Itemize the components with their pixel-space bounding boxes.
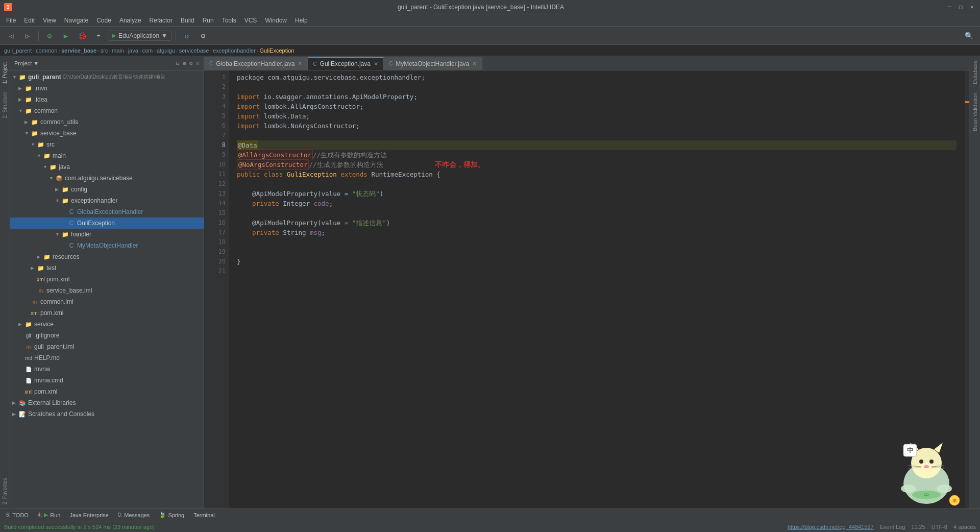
- settings-button[interactable]: ⚙: [196, 29, 210, 43]
- project-panel-close[interactable]: ✕: [196, 60, 200, 67]
- tree-item-common-iml[interactable]: m common.iml: [10, 296, 204, 307]
- menu-file[interactable]: File: [2, 16, 20, 25]
- expand-arrow[interactable]: ▼: [55, 232, 61, 237]
- tree-item-common[interactable]: ▼ 📁 common: [10, 105, 204, 116]
- tree-item-service[interactable]: ▶ 📁 service: [10, 319, 204, 330]
- breadcrumb-main[interactable]: main: [112, 47, 124, 54]
- expand-arrow[interactable]: ▶: [24, 119, 31, 125]
- tree-item-mvnw[interactable]: 📄 mvnw: [10, 364, 204, 375]
- breadcrumb-guli-parent[interactable]: guli_parent: [4, 47, 32, 54]
- tree-item-guli-exception[interactable]: C GuliException: [10, 217, 204, 229]
- update-button[interactable]: ↺: [180, 29, 194, 43]
- tab-my-meta-handler[interactable]: C MyMetaObjectHandler.java ✕: [384, 57, 482, 70]
- minimize-button[interactable]: ─: [945, 3, 953, 11]
- debug-button[interactable]: 🐞: [75, 29, 89, 43]
- breadcrumb-service-base[interactable]: service_base: [61, 47, 96, 54]
- close-button[interactable]: ✕: [968, 3, 976, 11]
- tree-item-pom-service-base[interactable]: xml pom.xml: [10, 274, 204, 285]
- tree-item-external-libraries[interactable]: ▶ 📚 External Libraries: [10, 397, 204, 408]
- sidebar-item-favorites[interactable]: 2: Favorites: [1, 474, 9, 509]
- tree-item-guli-parent-iml[interactable]: m guli_parent.iml: [10, 341, 204, 352]
- tree-item-common-utils[interactable]: ▶ 📁 common_utils: [10, 116, 204, 128]
- menu-run[interactable]: Run: [199, 16, 218, 25]
- sidebar-item-structure[interactable]: 2: Structure: [1, 88, 9, 123]
- tab-messages[interactable]: 0: Messages: [114, 511, 154, 519]
- tree-item-src[interactable]: ▼ 📁 src: [10, 139, 204, 150]
- tree-item-pom-root[interactable]: xml pom.xml: [10, 386, 204, 397]
- breadcrumb-src[interactable]: src: [101, 47, 108, 54]
- tree-item-global-exception-handler[interactable]: C GlobalExceptionHandler: [10, 206, 204, 217]
- run-button[interactable]: ▶: [59, 29, 73, 43]
- tree-item-java[interactable]: ▼ 📁 java: [10, 161, 204, 173]
- status-link[interactable]: https://blog.csdn.net/qq_44841527: [788, 524, 874, 530]
- menu-help[interactable]: Help: [291, 16, 312, 25]
- tree-item-guli-parent[interactable]: ▼ 📁 guli_parent D:\UserData\Desktop\教育项目…: [10, 71, 204, 83]
- tree-item-exceptionhandler[interactable]: ▼ 📁 exceptionhandler: [10, 195, 204, 206]
- breadcrumb-common[interactable]: common: [36, 47, 57, 54]
- forward-button[interactable]: ▷: [20, 29, 35, 43]
- tree-item-handler[interactable]: ▼ 📁 handler: [10, 229, 204, 240]
- menu-edit[interactable]: Edit: [20, 16, 39, 25]
- maximize-button[interactable]: □: [957, 3, 965, 11]
- window-controls[interactable]: ─ □ ✕: [945, 3, 976, 11]
- tree-item-my-meta-handler[interactable]: C MyMetaObjectHandler: [10, 240, 204, 251]
- tree-item-gitignore[interactable]: git .gitignore: [10, 330, 204, 341]
- expand-arrow[interactable]: ▼: [37, 153, 43, 158]
- tab-global-exception-handler[interactable]: C GlobalExceptionHandler.java ✕: [204, 57, 308, 70]
- status-encoding[interactable]: UTF-8: [932, 524, 947, 530]
- sidebar-bean-validation[interactable]: Bean Validation: [972, 88, 978, 135]
- expand-arrow[interactable]: ▼: [43, 164, 49, 170]
- project-panel-sync[interactable]: ⇆: [176, 60, 179, 67]
- menu-navigate[interactable]: Navigate: [60, 16, 92, 25]
- menu-vcs[interactable]: VCS: [240, 16, 261, 25]
- tab-close-button[interactable]: ✕: [472, 60, 477, 67]
- search-everywhere-button[interactable]: 🔍: [962, 29, 976, 43]
- expand-arrow[interactable]: ▶: [18, 86, 24, 91]
- menu-tools[interactable]: Tools: [218, 16, 240, 25]
- tree-item-mvn[interactable]: ▶ 📁 .mvn: [10, 83, 204, 94]
- tree-item-test[interactable]: ▶ 📁 test: [10, 262, 204, 274]
- coverage-button[interactable]: ☂: [91, 29, 106, 43]
- expand-arrow[interactable]: ▼: [12, 75, 18, 80]
- breadcrumb-com[interactable]: com: [142, 47, 153, 54]
- menu-window[interactable]: Window: [261, 16, 291, 25]
- expand-arrow[interactable]: ▶: [37, 254, 43, 259]
- tree-item-service-base[interactable]: ▼ 📁 service_base: [10, 128, 204, 139]
- menu-analyze[interactable]: Analyze: [115, 16, 145, 25]
- menu-build[interactable]: Build: [177, 16, 199, 25]
- tree-item-resources[interactable]: ▶ 📁 resources: [10, 251, 204, 262]
- project-panel-settings[interactable]: ⚙: [189, 60, 193, 67]
- tree-item-config[interactable]: ▶ 📁 config: [10, 184, 204, 195]
- expand-arrow[interactable]: ▶: [18, 97, 24, 102]
- breadcrumb-exceptionhandler[interactable]: exceptionhandler: [213, 47, 256, 54]
- breadcrumb-java[interactable]: java: [128, 47, 138, 54]
- tab-java-enterprise[interactable]: Java Enterprise: [65, 511, 112, 519]
- tree-item-help-md[interactable]: md HELP.md: [10, 352, 204, 364]
- tab-close-button[interactable]: ✕: [298, 60, 302, 67]
- sidebar-database[interactable]: Database: [972, 56, 978, 88]
- breadcrumb-servicebase[interactable]: servicebase: [179, 47, 209, 54]
- event-log[interactable]: Event Log: [880, 524, 905, 530]
- tab-guli-exception[interactable]: C GuliException.java ✕: [308, 57, 384, 70]
- editor-scrollbar[interactable]: [965, 70, 969, 509]
- expand-arrow[interactable]: ▼: [49, 176, 55, 181]
- breadcrumb-guliexception[interactable]: GuliException: [260, 47, 295, 54]
- expand-arrow[interactable]: ▶: [12, 400, 18, 405]
- menu-view[interactable]: View: [39, 16, 60, 25]
- tree-item-pom-common[interactable]: xml pom.xml: [10, 307, 204, 319]
- tree-item-scratches[interactable]: ▶ 📝 Scratches and Consoles: [10, 408, 204, 420]
- tab-close-button[interactable]: ✕: [374, 61, 378, 67]
- expand-arrow[interactable]: ▶: [18, 322, 24, 327]
- menu-refactor[interactable]: Refactor: [145, 16, 177, 25]
- expand-arrow[interactable]: ▼: [31, 142, 37, 147]
- tab-terminal[interactable]: Terminal: [189, 511, 219, 519]
- code-editor[interactable]: package com.atguigu.servicebase.exceptio…: [229, 70, 965, 509]
- expand-arrow[interactable]: ▶: [12, 412, 18, 417]
- expand-arrow[interactable]: ▼: [24, 131, 31, 136]
- expand-arrow[interactable]: ▶: [31, 265, 37, 271]
- build-button[interactable]: ⚙: [42, 29, 57, 43]
- run-config-dropdown-icon[interactable]: ▼: [161, 32, 167, 39]
- tab-spring[interactable]: 🍃 Spring: [155, 511, 188, 519]
- tab-todo[interactable]: 6: TODO: [2, 511, 33, 519]
- tree-item-mvnw-cmd[interactable]: 📄 mvnw.cmd: [10, 375, 204, 386]
